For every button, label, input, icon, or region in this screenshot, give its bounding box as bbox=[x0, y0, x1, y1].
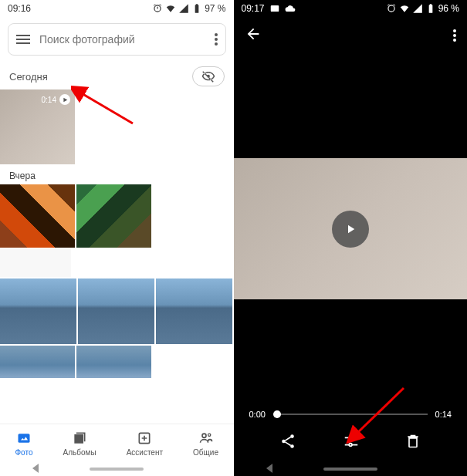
search-bar[interactable] bbox=[8, 23, 226, 56]
clock: 09:16 bbox=[8, 3, 31, 14]
photos-icon bbox=[16, 430, 32, 446]
video-surface[interactable] bbox=[234, 158, 468, 299]
home-pill[interactable] bbox=[90, 468, 144, 471]
svg-rect-5 bbox=[270, 5, 279, 12]
photos-app-screen: 09:16 97 % Сегодня 0:14 bbox=[0, 0, 234, 476]
system-back[interactable] bbox=[266, 462, 274, 476]
nav-assistant[interactable]: Ассистент bbox=[127, 430, 163, 457]
svg-point-2 bbox=[202, 434, 206, 437]
status-bar: 09:17 96 % bbox=[234, 0, 468, 17]
battery-icon bbox=[191, 3, 202, 14]
photo-thumbnail[interactable] bbox=[0, 346, 75, 378]
player-header bbox=[234, 17, 468, 54]
system-back[interactable] bbox=[32, 462, 40, 476]
assistant-icon bbox=[137, 430, 152, 446]
arrow-left-icon bbox=[245, 25, 262, 42]
clock: 09:17 bbox=[242, 3, 265, 14]
battery-percent: 97 % bbox=[205, 3, 225, 14]
time-total: 0:14 bbox=[435, 410, 452, 419]
wifi-icon bbox=[165, 3, 176, 14]
hamburger-icon[interactable] bbox=[16, 35, 30, 44]
battery-percent: 96 % bbox=[438, 3, 459, 14]
nav-albums[interactable]: Альбомы bbox=[63, 430, 96, 457]
video-thumbnail[interactable]: 0:14 bbox=[0, 89, 75, 164]
play-icon bbox=[343, 222, 357, 236]
edit-button[interactable] bbox=[343, 433, 360, 453]
scrubber-handle[interactable] bbox=[273, 410, 281, 418]
nav-sharing[interactable]: Общие bbox=[193, 430, 218, 457]
visibility-off-icon bbox=[201, 69, 215, 83]
status-icons: 97 % bbox=[152, 3, 225, 14]
scrubber[interactable] bbox=[273, 414, 428, 415]
photo-thumbnail[interactable] bbox=[76, 346, 151, 378]
wifi-icon bbox=[399, 3, 410, 14]
photo-thumbnail[interactable] bbox=[156, 279, 232, 344]
play-button[interactable] bbox=[332, 211, 369, 248]
hide-toggle-button[interactable] bbox=[192, 66, 225, 86]
photo-thumbnail[interactable] bbox=[0, 184, 75, 248]
search-input[interactable] bbox=[39, 33, 215, 46]
video-player-screen: 09:17 96 % 0:00 0:14 bbox=[234, 0, 468, 476]
play-icon bbox=[59, 94, 70, 105]
video-duration-badge: 0:14 bbox=[42, 94, 70, 105]
bottom-nav: Фото Альбомы Ассистент Общие bbox=[0, 424, 234, 462]
signal-icon bbox=[412, 3, 423, 14]
status-bar: 09:16 97 % bbox=[0, 0, 234, 17]
share-button[interactable] bbox=[279, 433, 296, 453]
photo-thumbnail[interactable] bbox=[0, 249, 71, 277]
timeline: 0:00 0:14 bbox=[234, 410, 468, 419]
section-yesterday-label: Вчера bbox=[0, 167, 234, 184]
photo-thumbnail[interactable] bbox=[76, 184, 151, 248]
alarm-icon bbox=[152, 3, 163, 14]
system-nav bbox=[234, 462, 468, 476]
alarm-icon bbox=[386, 3, 397, 14]
photo-thumbnail[interactable] bbox=[78, 279, 154, 344]
more-icon[interactable] bbox=[215, 33, 218, 46]
more-icon[interactable] bbox=[453, 29, 456, 42]
trash-icon bbox=[405, 433, 421, 450]
signal-icon bbox=[178, 3, 189, 14]
time-current: 0:00 bbox=[249, 410, 266, 419]
action-bar bbox=[234, 433, 468, 453]
share-icon bbox=[279, 433, 296, 450]
albums-icon bbox=[72, 430, 87, 446]
nav-photos[interactable]: Фото bbox=[15, 430, 33, 457]
home-pill[interactable] bbox=[323, 468, 377, 471]
back-button[interactable] bbox=[245, 25, 262, 46]
battery-icon bbox=[425, 3, 436, 14]
svg-rect-0 bbox=[19, 434, 30, 443]
photo-thumbnail[interactable] bbox=[0, 279, 76, 344]
svg-point-9 bbox=[354, 437, 357, 440]
cloud-icon bbox=[285, 3, 296, 14]
svg-point-3 bbox=[208, 434, 210, 436]
section-today-label: Сегодня bbox=[9, 71, 48, 83]
sharing-icon bbox=[198, 430, 215, 446]
tune-icon bbox=[343, 433, 360, 450]
svg-point-10 bbox=[349, 444, 352, 447]
image-icon bbox=[269, 3, 280, 14]
delete-button[interactable] bbox=[405, 433, 421, 453]
system-nav bbox=[0, 462, 234, 476]
